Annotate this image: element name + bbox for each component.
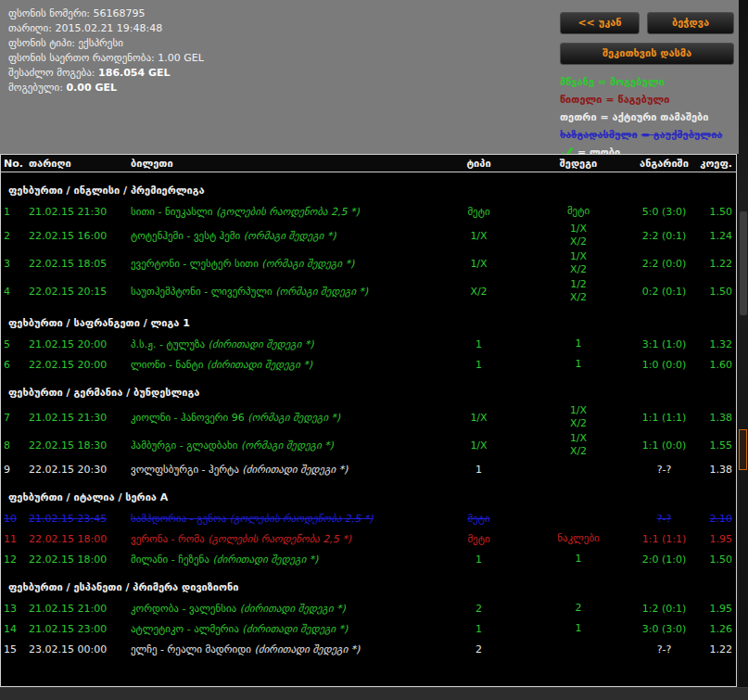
outcome-line: 1/2 <box>527 278 629 291</box>
bet-pick: 1/X <box>430 258 527 270</box>
legend-key: მწვანე <box>560 73 594 91</box>
bet-row: 1222.02.15 18:00მილანი - ჩეზენა (ძირითად… <box>1 549 736 569</box>
scrollbar-thumb[interactable] <box>740 211 747 315</box>
match-score: 2:2 (0:1) <box>629 230 699 242</box>
scrollbar-marker <box>739 429 747 470</box>
bet-row: 521.02.15 20:00პ.ს.ჟ. - ტულუზა (ძირითადი… <box>1 334 736 354</box>
ticket-cell: ევერტონი - ლესტერ სითი (ორმაგი შედეგი *) <box>129 258 430 270</box>
ticket-cell: ვოლფსბურგი - ჰერტა (ძირითადი შედეგი *) <box>129 464 430 476</box>
bet-info-block: ფსონის ნომერი: 56168795თარიღი: 2015.02.2… <box>8 6 204 95</box>
match-datetime: 21.02.15 23:00 <box>25 623 129 635</box>
odds-value: 1.60 <box>699 359 736 371</box>
column-header-4: ტიპი <box>430 158 527 170</box>
match-score: ?-? <box>629 464 699 476</box>
match-outcome: 1/XX/2 <box>527 223 629 248</box>
match-score: 2:2 (0:0) <box>629 258 699 270</box>
row-number: 10 <box>1 513 25 525</box>
row-number: 1 <box>1 206 25 218</box>
match-outcome: 2 <box>527 602 629 615</box>
row-number: 9 <box>1 464 25 476</box>
bet-market: (ძირითადი შედეგი *) <box>212 554 318 566</box>
match-outcome: 1 <box>527 337 629 350</box>
ticket-cell: სითი - ნიუკასლი (გოლების რაოდენობა 2,5 *… <box>129 206 430 218</box>
bet-details-table: No.თარიღიბილეთიტიპიშედეგიანგარიშიკოეფ. ფ… <box>0 154 737 687</box>
match-teams: კიოლნი - ჰანოვერი 96 <box>131 412 247 424</box>
league-section-header: ფეხბურთი / საფრანგეთი / ლიგა 1 <box>1 305 736 334</box>
match-teams: კორდობა - ვალენსია <box>131 603 240 615</box>
match-teams: სითი - ნიუკასლი <box>131 206 216 218</box>
match-datetime: 22.02.15 20:00 <box>25 359 129 371</box>
outcome-line: 1/X <box>527 404 629 417</box>
legend-key: ხაზგადასმული <box>560 126 638 144</box>
outcome-line: 1/X <box>527 250 629 263</box>
back-button[interactable]: << უკან <box>560 12 640 34</box>
bet-info-line: ფსონის ნომერი: 56168795 <box>8 6 204 21</box>
match-score: 1:2 (0:1) <box>629 603 699 615</box>
bet-row: 822.02.15 18:30ჰამბურგი - გლადბახი (ორმა… <box>1 431 736 459</box>
bet-info-value: 0.00 GEL <box>66 82 117 94</box>
bet-pick: 1 <box>430 554 527 566</box>
bet-row: 1421.02.15 23:00ატლეტიკო - ალმერია (ძირი… <box>1 618 736 639</box>
league-section-header: ფეხბურთი / ესპანეთი / პრიმერა დივიზიონი <box>1 569 736 598</box>
bet-market: (ორმაგი შედეგი *) <box>247 412 340 424</box>
match-datetime: 22.02.15 18:05 <box>25 258 129 270</box>
match-teams: მილანი - ჩეზენა <box>131 554 212 566</box>
bet-info-line: შესაძლო მოგება: 186.054 GEL <box>8 66 204 81</box>
bet-info-line: თარიღი: 2015.02.21 19:48:48 <box>8 21 204 36</box>
outcome-line: 1 <box>527 622 629 635</box>
row-number: 15 <box>1 643 25 655</box>
outcome-line: ნაკლები <box>527 532 629 545</box>
row-number: 6 <box>1 359 25 371</box>
bet-pick: 1/X <box>430 439 527 452</box>
outcome-line: X/2 <box>527 417 629 430</box>
match-datetime: 21.02.15 21:30 <box>25 206 129 218</box>
match-outcome: 1/XX/2 <box>527 432 629 458</box>
match-teams: ატლეტიკო - ალმერია <box>131 623 242 635</box>
league-section-header: ფეხბურთი / ინგლისი / პრემიერლიგა <box>1 172 736 201</box>
outcome-line: 1 <box>527 358 629 371</box>
row-number: 5 <box>1 338 25 350</box>
match-datetime: 23.02.15 00:00 <box>25 643 129 655</box>
match-score: ?-? <box>629 513 699 525</box>
bet-info-value: ექსპრესი <box>79 37 123 49</box>
legend-item: წითელი = წაგებული <box>560 91 734 108</box>
bet-info-value: 56168795 <box>94 7 146 19</box>
bet-row: 1523.02.15 00:00ელჩე - რეალი მადრიდი (ძი… <box>1 639 736 659</box>
bet-pick: X/2 <box>430 286 527 298</box>
outcome-line: 2 <box>527 602 629 615</box>
print-button[interactable]: ბეჭდვა <box>647 12 734 34</box>
bet-market: (ორმაგი შედეგი *) <box>261 258 354 270</box>
match-teams: ლიონი - ნანტი <box>131 359 207 371</box>
match-score: 3:1 (1:0) <box>629 338 699 350</box>
column-header-3: ბილეთი <box>129 158 430 170</box>
match-datetime: 22.02.15 18:00 <box>25 554 129 566</box>
legend-item: თეთრი = აქტიური თამაშები <box>560 108 734 126</box>
ticket-cell: კიოლნი - ჰანოვერი 96 (ორმაგი შედეგი *) <box>129 412 430 424</box>
table-header-row: No.თარიღიბილეთიტიპიშედეგიანგარიშიკოეფ. <box>1 155 736 172</box>
odds-value: 1.32 <box>699 338 736 350</box>
legend-text: = გაუქმებულია <box>641 126 723 144</box>
ticket-cell: კორდობა - ვალენსია (ძირითადი შედეგი *) <box>129 603 430 615</box>
match-teams: საუთჰემპტონი - ლივერპული <box>131 286 275 298</box>
match-score: 1:1 (0:0) <box>629 439 699 452</box>
odds-value: 2.10 <box>699 513 736 525</box>
match-score: 1:1 (1:1) <box>629 412 699 424</box>
row-number: 8 <box>1 439 25 452</box>
odds-value: 1.95 <box>699 533 736 545</box>
bet-row: 1021.02.15 23:45სამპდორია - გენოა (გოლებ… <box>1 508 736 528</box>
legend-text: = აქტიური თამაშები <box>601 108 709 126</box>
bet-market: (ძირითადი შედეგი *) <box>207 359 312 371</box>
outcome-line: X/2 <box>527 263 629 276</box>
row-number: 12 <box>1 554 25 566</box>
column-header-1: No. <box>1 158 25 170</box>
league-section-header: ფეხბურთი / გერმანია / ბუნდესლიგა <box>1 375 736 403</box>
table-body: ფეხბურთი / ინგლისი / პრემიერლიგა121.02.1… <box>1 172 736 659</box>
bet-market: (ორმაგი შედეგი *) <box>244 230 336 242</box>
match-datetime: 21.02.15 20:00 <box>25 338 129 350</box>
bet-market: (გოლების რაოდენობა 2,5 *) <box>208 533 351 545</box>
bet-pick: 1 <box>430 464 527 476</box>
ticket-cell: ელჩე - რეალი მადრიდი (ძირითადი შედეგი *) <box>129 643 430 655</box>
ticket-cell: სამპდორია - გენოა (გოლების რაოდენობა 2,5… <box>129 513 430 525</box>
ask-question-button[interactable]: შეკითხვის დასმა <box>560 43 734 65</box>
odds-value: 1.38 <box>699 464 736 476</box>
